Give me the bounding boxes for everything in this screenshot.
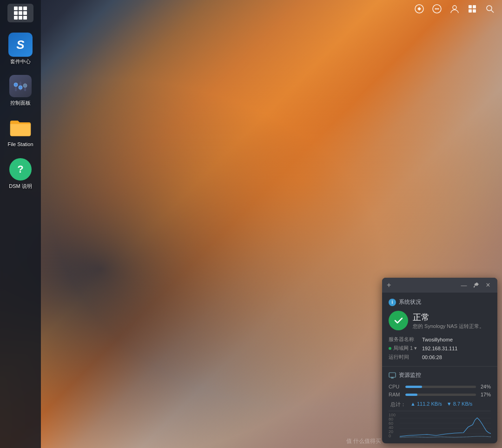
resource-header: 资源监控	[389, 371, 491, 379]
net-down-value: 8.7 KB/s	[453, 401, 473, 407]
chart-area	[400, 413, 491, 439]
cpu-bar-track	[405, 386, 476, 388]
svg-point-2	[14, 83, 18, 87]
file-station-label: File Station	[7, 141, 33, 147]
mini-chart: 100 80 60 40 20 0	[389, 411, 491, 439]
status-row-uptime: 运行时间 00:06:28	[389, 354, 491, 361]
resource-bars: CPU 24% RAM 17%	[389, 384, 491, 397]
svg-rect-14	[473, 5, 476, 8]
widget-pin-button[interactable]	[471, 281, 481, 290]
ram-bar-fill	[405, 394, 417, 396]
net-indicator	[389, 347, 391, 350]
sidebar-item-dsm-help[interactable]: ? DSM 说明	[1, 154, 40, 192]
svg-point-9	[435, 8, 436, 10]
svg-point-6	[23, 84, 27, 87]
svg-point-12	[453, 6, 456, 9]
dsm-help-icon: ?	[8, 157, 33, 181]
resource-section-title: 资源监控	[399, 371, 421, 379]
grid-icon	[14, 7, 27, 20]
topbar	[407, 0, 502, 18]
sidebar-item-package-center[interactable]: S 套件中心	[1, 30, 40, 67]
widget-add-button[interactable]: +	[387, 281, 391, 289]
uptime-label: 运行时间	[389, 354, 422, 361]
sidebar-item-file-station[interactable]: File Station	[1, 113, 40, 150]
resource-monitor-section: 资源监控 CPU 24% RAM 17% 总计：	[382, 367, 497, 443]
watermark: 值 什么值得买	[346, 437, 381, 445]
file-station-icon	[8, 115, 33, 140]
svg-rect-13	[469, 5, 472, 8]
status-normal-text: 正常	[413, 312, 484, 323]
svg-rect-16	[473, 9, 476, 13]
status-row-lan: 局域网 1 ▾ 192.168.31.111	[389, 345, 491, 352]
widget-minimize-button[interactable]: —	[459, 281, 469, 290]
user-button[interactable]	[446, 0, 463, 17]
status-desc-text: 您的 Synology NAS 运转正常。	[413, 323, 484, 330]
chart-y-0: 0	[389, 434, 396, 438]
status-widget: + — × i 系统状况 正常 您的 Synology NAS 运转正常。	[382, 278, 497, 443]
status-main: 正常 您的 Synology NAS 运转正常。	[389, 311, 491, 330]
net-total-label: 总计：	[390, 401, 406, 408]
monitor-icon	[389, 372, 396, 379]
svg-point-11	[438, 8, 439, 10]
net-up-indicator: ▲ 111.2 KB/s	[410, 401, 442, 408]
server-name-label: 服务器名称	[389, 336, 422, 343]
svg-line-18	[491, 10, 494, 13]
svg-rect-19	[389, 373, 396, 377]
status-section-title: 系统状况	[399, 298, 421, 306]
sidebar-item-control-panel[interactable]: 控制面板	[1, 71, 40, 109]
lan-value: 192.168.31.111	[422, 346, 457, 351]
system-status-section: i 系统状况 正常 您的 Synology NAS 运转正常。 服务器名称 Tw…	[382, 293, 497, 367]
lan-label: 局域网 1 ▾	[389, 345, 422, 352]
app-grid-button[interactable]	[7, 4, 33, 22]
svg-point-4	[19, 86, 22, 89]
search-button[interactable]	[482, 0, 498, 17]
cpu-bar-fill	[405, 386, 422, 388]
widget-close-button[interactable]: ×	[483, 281, 493, 290]
widget-titlebar: + — ×	[382, 278, 497, 293]
chat-button[interactable]	[429, 0, 445, 17]
status-section-header: i 系统状况	[389, 298, 491, 306]
up-arrow-icon: ▲	[410, 401, 416, 407]
synology-brand-button[interactable]	[411, 0, 428, 17]
status-text-group: 正常 您的 Synology NAS 运转正常。	[413, 312, 484, 330]
net-up-value: 111.2 KB/s	[417, 401, 442, 407]
package-center-label: 套件中心	[10, 59, 31, 65]
cpu-bar-row: CPU 24%	[389, 384, 491, 389]
info-icon: i	[389, 299, 396, 306]
status-rows: 服务器名称 Twosillyhome 局域网 1 ▾ 192.168.31.11…	[389, 336, 491, 361]
cpu-label: CPU	[389, 384, 403, 389]
svg-point-10	[436, 8, 438, 10]
ram-bar-row: RAM 17%	[389, 392, 491, 397]
server-name-value: Twosillyhome	[422, 337, 453, 342]
net-stats: 总计： ▲ 111.2 KB/s ▼ 8.7 KB/s	[389, 401, 491, 408]
status-row-server: 服务器名称 Twosillyhome	[389, 336, 491, 343]
svg-point-17	[487, 6, 492, 11]
status-check-icon	[389, 311, 408, 330]
package-center-icon: S	[8, 33, 33, 57]
net-down-indicator: ▼ 8.7 KB/s	[447, 401, 473, 408]
control-panel-label: 控制面板	[10, 100, 31, 106]
dsm-help-label: DSM 说明	[9, 183, 32, 189]
ram-percent: 17%	[479, 392, 491, 397]
cpu-percent: 24%	[479, 384, 491, 389]
windows-button[interactable]	[464, 0, 481, 17]
ram-label: RAM	[389, 392, 403, 397]
chart-y-labels: 100 80 60 40 20 0	[389, 413, 396, 439]
svg-rect-15	[469, 9, 472, 13]
down-arrow-icon: ▼	[447, 401, 452, 407]
ram-bar-track	[405, 394, 476, 396]
control-panel-icon	[8, 74, 33, 98]
chart-svg	[400, 413, 491, 439]
uptime-value: 00:06:28	[422, 354, 442, 360]
sidebar: S 套件中心 控制面板	[0, 0, 41, 448]
